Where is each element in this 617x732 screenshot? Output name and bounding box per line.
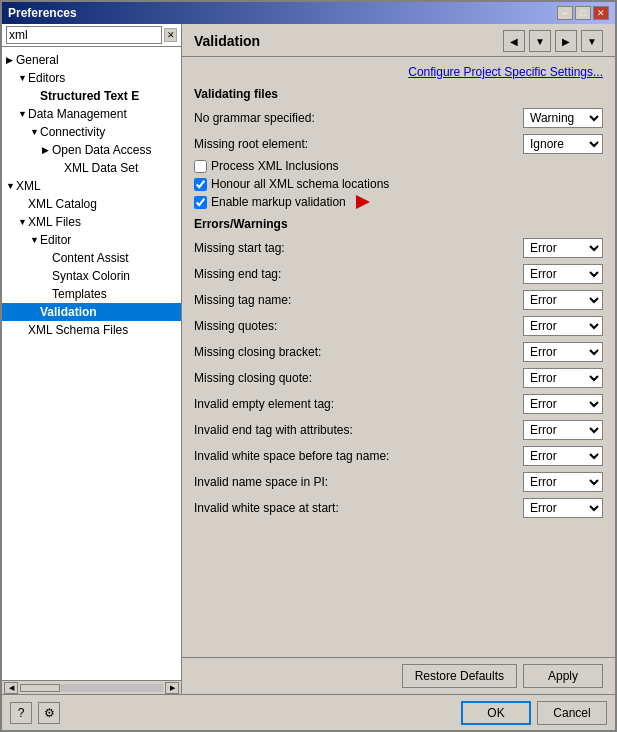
nav-forward-dropdown-button[interactable]: ▼ xyxy=(581,30,603,52)
missing-tag-name-label: Missing tag name: xyxy=(194,293,523,307)
invalid-white-space-before-dropdown: ErrorWarningIgnore xyxy=(523,446,603,466)
tree-item-general[interactable]: ▶ General xyxy=(2,51,181,69)
missing-closing-quote-label: Missing closing quote: xyxy=(194,371,523,385)
tree-item-xml[interactable]: ▼ XML xyxy=(2,177,181,195)
validating-files-title: Validating files xyxy=(194,87,603,101)
invalid-end-tag-label: Invalid end tag with attributes: xyxy=(194,423,523,437)
tree-item-syntax-coloring[interactable]: Syntax Colorin xyxy=(2,267,181,285)
invalid-name-space-row: Invalid name space in PI: ErrorWarningIg… xyxy=(194,471,603,493)
tree-label-templates-text: Templates xyxy=(52,287,107,301)
invalid-white-space-before-select[interactable]: ErrorWarningIgnore xyxy=(523,446,603,466)
scroll-right-button[interactable]: ▶ xyxy=(165,682,179,694)
tree-label-open-data-access: Open Data Access xyxy=(52,143,151,157)
configure-link[interactable]: Configure Project Specific Settings... xyxy=(194,65,603,79)
tree-label-syntax-coloring: Syntax Colorin xyxy=(52,269,130,283)
close-button[interactable]: ✕ xyxy=(593,6,609,20)
scroll-left-button[interactable]: ◀ xyxy=(4,682,18,694)
nav-forward-button[interactable]: ▶ xyxy=(555,30,577,52)
title-bar: Preferences − □ ✕ xyxy=(2,2,615,24)
missing-quotes-label: Missing quotes: xyxy=(194,319,523,333)
invalid-white-space-start-label: Invalid white space at start: xyxy=(194,501,523,515)
right-body: Configure Project Specific Settings... V… xyxy=(182,57,615,657)
search-input[interactable] xyxy=(6,26,162,44)
invalid-name-space-label: Invalid name space in PI: xyxy=(194,475,523,489)
tree-arrow-general: ▶ xyxy=(6,55,14,65)
missing-closing-quote-select[interactable]: ErrorWarningIgnore xyxy=(523,368,603,388)
nav-back-button[interactable]: ◀ xyxy=(503,30,525,52)
scroll-thumb[interactable] xyxy=(20,684,60,692)
tree-arrow-connectivity: ▼ xyxy=(30,127,38,137)
enable-markup-checkbox[interactable] xyxy=(194,196,207,209)
panel-title: Validation xyxy=(194,33,260,49)
honour-schema-row: Honour all XML schema locations xyxy=(194,177,603,191)
invalid-white-space-before-label: Invalid white space before tag name: xyxy=(194,449,523,463)
missing-start-tag-select[interactable]: ErrorWarningIgnore xyxy=(523,238,603,258)
invalid-white-space-start-dropdown: ErrorWarningIgnore xyxy=(523,498,603,518)
help-button[interactable]: ? xyxy=(10,702,32,724)
ok-button[interactable]: OK xyxy=(461,701,531,725)
honour-schema-checkbox[interactable] xyxy=(194,178,207,191)
bottom-bar: Restore Defaults Apply xyxy=(182,657,615,694)
invalid-white-space-start-select[interactable]: ErrorWarningIgnore xyxy=(523,498,603,518)
tree: ▶ General ▼ Editors Structured Text E xyxy=(2,47,181,680)
missing-tag-name-row: Missing tag name: ErrorWarningIgnore xyxy=(194,289,603,311)
tree-label-validation: Validation xyxy=(40,305,97,319)
tree-item-connectivity[interactable]: ▼ Connectivity xyxy=(2,123,181,141)
tree-label-structured-text: Structured Text E xyxy=(40,89,139,103)
missing-end-tag-row: Missing end tag: ErrorWarningIgnore xyxy=(194,263,603,285)
invalid-end-tag-select[interactable]: ErrorWarningIgnore xyxy=(523,420,603,440)
tree-label-xml-data-set: XML Data Set xyxy=(64,161,138,175)
settings-button[interactable]: ⚙ xyxy=(38,702,60,724)
missing-end-tag-label: Missing end tag: xyxy=(194,267,523,281)
tree-item-xml-schema-files[interactable]: XML Schema Files xyxy=(2,321,181,339)
missing-quotes-select[interactable]: ErrorWarningIgnore xyxy=(523,316,603,336)
tree-item-editors[interactable]: ▼ Editors xyxy=(2,69,181,87)
cancel-button[interactable]: Cancel xyxy=(537,701,607,725)
missing-root-dropdown: Ignore Error Warning xyxy=(523,134,603,154)
nav-controls: ◀ ▼ ▶ ▼ xyxy=(503,30,603,52)
tree-item-editor[interactable]: ▼ Editor xyxy=(2,231,181,249)
tree-item-templates[interactable]: Restore Defaults Templates xyxy=(2,285,181,303)
minimize-button[interactable]: − xyxy=(557,6,573,20)
process-xml-checkbox[interactable] xyxy=(194,160,207,173)
tree-label-general: General xyxy=(16,53,59,67)
tree-item-xml-data-set[interactable]: XML Data Set xyxy=(2,159,181,177)
restore-defaults-button[interactable]: Restore Defaults xyxy=(402,664,517,688)
window-title: Preferences xyxy=(8,6,77,20)
missing-end-tag-dropdown: ErrorWarningIgnore xyxy=(523,264,603,284)
tree-item-validation[interactable]: Validation xyxy=(2,303,181,321)
enable-markup-label: Enable markup validation xyxy=(211,195,346,209)
missing-quotes-row: Missing quotes: ErrorWarningIgnore xyxy=(194,315,603,337)
missing-tag-name-select[interactable]: ErrorWarningIgnore xyxy=(523,290,603,310)
tree-label-xml-files: XML Files xyxy=(28,215,81,229)
invalid-name-space-select[interactable]: ErrorWarningIgnore xyxy=(523,472,603,492)
tree-item-structured-text[interactable]: Structured Text E xyxy=(2,87,181,105)
tree-item-open-data-access[interactable]: ▶ Open Data Access xyxy=(2,141,181,159)
search-bar: ✕ xyxy=(2,24,181,47)
tree-label-editor: Editor xyxy=(40,233,71,247)
tree-item-xml-catalog[interactable]: XML Catalog xyxy=(2,195,181,213)
process-xml-row: Process XML Inclusions xyxy=(194,159,603,173)
tree-item-data-management[interactable]: ▼ Data Management xyxy=(2,105,181,123)
tree-item-content-assist[interactable]: Content Assist xyxy=(2,249,181,267)
maximize-button[interactable]: □ xyxy=(575,6,591,20)
right-header: Validation ◀ ▼ ▶ ▼ xyxy=(182,24,615,57)
no-grammar-select[interactable]: Warning Error Ignore xyxy=(523,108,603,128)
missing-closing-bracket-select[interactable]: ErrorWarningIgnore xyxy=(523,342,603,362)
tree-arrow-data-management: ▼ xyxy=(18,109,26,119)
apply-button[interactable]: Apply xyxy=(523,664,603,688)
tree-item-xml-files[interactable]: ▼ XML Files xyxy=(2,213,181,231)
footer-right: OK Cancel xyxy=(461,701,607,725)
missing-end-tag-select[interactable]: ErrorWarningIgnore xyxy=(523,264,603,284)
tree-label-editors: Editors xyxy=(28,71,65,85)
invalid-empty-element-dropdown: ErrorWarningIgnore xyxy=(523,394,603,414)
nav-back-dropdown-button[interactable]: ▼ xyxy=(529,30,551,52)
errors-section-title: Errors/Warnings xyxy=(194,217,603,231)
main-content: ✕ ▶ General ▼ Editors xyxy=(2,24,615,694)
search-clear-button[interactable]: ✕ xyxy=(164,28,177,42)
missing-closing-bracket-row: Missing closing bracket: ErrorWarningIgn… xyxy=(194,341,603,363)
invalid-empty-element-select[interactable]: ErrorWarningIgnore xyxy=(523,394,603,414)
missing-root-select[interactable]: Ignore Error Warning xyxy=(523,134,603,154)
invalid-empty-element-label: Invalid empty element tag: xyxy=(194,397,523,411)
horizontal-scrollbar: ◀ ▶ xyxy=(2,680,181,694)
